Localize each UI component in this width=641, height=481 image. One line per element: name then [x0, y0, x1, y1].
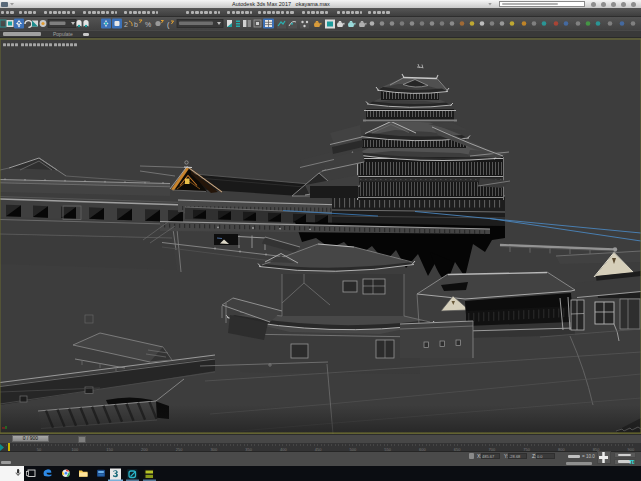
- svg-text:b: b: [134, 21, 138, 28]
- svg-text:2: 2: [124, 21, 128, 28]
- svg-text:%: %: [145, 21, 151, 28]
- svg-text:(: (: [167, 21, 170, 29]
